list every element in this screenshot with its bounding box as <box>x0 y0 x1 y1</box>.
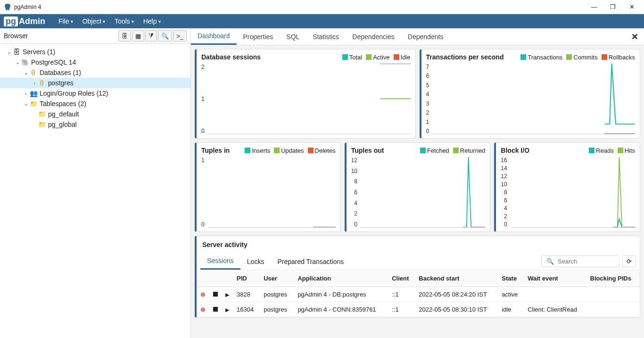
collapse-icon[interactable]: ⌄ <box>14 59 21 66</box>
object-tree: ⌄🗄Servers (1) ⌄🐘PostgreSQL 14 ⌄🛢Database… <box>0 44 190 132</box>
collapse-icon[interactable]: ⌄ <box>23 70 29 76</box>
activity-tab-sessions[interactable]: Sessions <box>200 253 240 270</box>
plot-area <box>361 157 485 228</box>
chevron-down-icon: ▾ <box>103 19 105 24</box>
plot-area <box>433 64 635 134</box>
chevron-down-icon: ▾ <box>158 19 161 24</box>
menu-file[interactable]: File▾ <box>54 17 78 25</box>
y-axis: 1614121086420 <box>501 157 511 228</box>
server-group-icon: 🗄 <box>12 48 21 56</box>
browser-title: Browser <box>4 32 118 40</box>
expand-row-icon[interactable]: ▶ <box>225 292 229 297</box>
collapse-icon[interactable]: ⌄ <box>6 49 12 55</box>
sessions-table: PID User Application Client Backend star… <box>197 270 640 317</box>
folder-icon: 📁 <box>38 121 46 128</box>
stop-icon[interactable] <box>213 292 218 297</box>
tree-tablespaces[interactable]: ⌄📁Tablespaces (2) <box>0 99 190 109</box>
view-data-button[interactable]: ▦ <box>132 30 144 41</box>
chart-tuples-out: Tuples out Fetched Returned 121086420 <box>345 142 491 232</box>
tree-databases[interactable]: ⌄🛢Databases (1) <box>0 67 190 78</box>
chart-transactions: Transactions per second Transactions Com… <box>420 49 641 139</box>
minimize-button[interactable]: — <box>589 3 599 10</box>
tab-statistics[interactable]: Statistics <box>306 29 346 44</box>
server-activity-card: Server activity Sessions Locks Prepared … <box>195 236 640 318</box>
roles-icon: 👥 <box>29 90 38 97</box>
database-icon: 🛢 <box>38 79 46 87</box>
refresh-button[interactable]: ⟳ <box>622 256 636 267</box>
plot-area <box>511 157 635 228</box>
tab-sql[interactable]: SQL <box>280 29 306 44</box>
tree-pg-default[interactable]: 📁pg_default <box>0 109 190 119</box>
y-axis: 10 <box>201 157 208 228</box>
plot-area <box>208 157 336 228</box>
activity-tab-locks[interactable]: Locks <box>240 254 271 269</box>
expand-icon[interactable]: › <box>31 80 38 86</box>
y-axis: 76543210 <box>426 64 433 134</box>
close-button[interactable]: ✕ <box>627 3 636 10</box>
tab-dependencies[interactable]: Dependencies <box>346 29 401 44</box>
folder-icon: 📁 <box>38 110 46 118</box>
search-button[interactable]: 🔍 <box>158 30 172 41</box>
tree-pg14[interactable]: ⌄🐘PostgreSQL 14 <box>0 57 190 67</box>
tree-servers[interactable]: ⌄🗄Servers (1) <box>0 47 190 57</box>
chart-tuples-in: Tuples in Inserts Updates Deletes 10 <box>195 142 341 232</box>
chevron-down-icon: ▾ <box>71 19 73 24</box>
menu-help[interactable]: Help▾ <box>139 17 165 25</box>
database-icon: 🛢 <box>29 69 38 76</box>
dashboard-panel: Database sessions Total Active Idle 210 <box>191 45 644 338</box>
content-area: Dashboard Properties SQL Statistics Depe… <box>191 28 644 338</box>
menu-bar: pgAdmin File▾ Object▾ Tools▾ Help▾ <box>0 14 644 28</box>
y-axis: 121086420 <box>351 157 361 228</box>
filter-button[interactable]: ⧩ <box>145 30 157 41</box>
tree-login-roles[interactable]: ›👥Login/Group Roles (12) <box>0 88 190 99</box>
content-tabs: Dashboard Properties SQL Statistics Depe… <box>191 28 644 45</box>
table-row[interactable]: ⊗ ▶ 3828 postgres pgAdmin 4 - DB:postgre… <box>197 287 640 302</box>
menu-tools[interactable]: Tools▾ <box>110 17 139 25</box>
chart-sessions: Database sessions Total Active Idle 210 <box>195 49 416 139</box>
search-input[interactable] <box>558 258 614 265</box>
tab-properties[interactable]: Properties <box>237 29 280 44</box>
chart-block-io: Block I/O Reads Hits 1614121086420 <box>494 142 640 232</box>
window-title: pgAdmin 4 <box>14 4 589 10</box>
tree-postgres[interactable]: ›🛢postgres <box>0 78 190 88</box>
expand-icon[interactable]: › <box>23 91 29 96</box>
y-axis: 210 <box>201 64 208 134</box>
collapse-icon[interactable]: ⌄ <box>23 101 29 107</box>
terminate-icon[interactable]: ⊗ <box>200 306 206 313</box>
tab-close-button[interactable]: ✕ <box>626 32 644 42</box>
terminate-icon[interactable]: ⊗ <box>200 291 206 298</box>
tab-dependents[interactable]: Dependents <box>401 29 450 44</box>
tab-dashboard[interactable]: Dashboard <box>191 28 237 45</box>
app-icon <box>4 3 11 11</box>
window-title-bar: pgAdmin 4 — ❐ ✕ <box>0 0 644 14</box>
tree-pg-global[interactable]: 📁pg_global <box>0 119 190 130</box>
stop-icon[interactable] <box>213 307 218 312</box>
query-tool-button[interactable]: 🗄 <box>118 30 131 41</box>
maximize-button[interactable]: ❐ <box>608 3 618 10</box>
psql-button[interactable]: >_ <box>173 30 187 41</box>
app-logo: pgAdmin <box>4 16 45 26</box>
plot-area <box>208 64 411 134</box>
expand-row-icon[interactable]: ▶ <box>225 307 229 313</box>
activity-tab-prepared[interactable]: Prepared Transactions <box>271 254 350 269</box>
menu-object[interactable]: Object▾ <box>78 17 110 25</box>
search-icon: 🔍 <box>546 258 554 265</box>
table-row[interactable]: ⊗ ▶ 16304 postgres pgAdmin 4 - CONN:8359… <box>197 302 640 317</box>
chevron-down-icon: ▾ <box>132 19 134 24</box>
browser-sidebar: Browser 🗄 ▦ ⧩ 🔍 >_ ⌄🗄Servers (1) ⌄🐘Postg… <box>0 28 191 338</box>
activity-search[interactable]: 🔍 <box>541 256 619 267</box>
elephant-icon: 🐘 <box>21 58 29 66</box>
folder-icon: 📁 <box>29 100 38 107</box>
